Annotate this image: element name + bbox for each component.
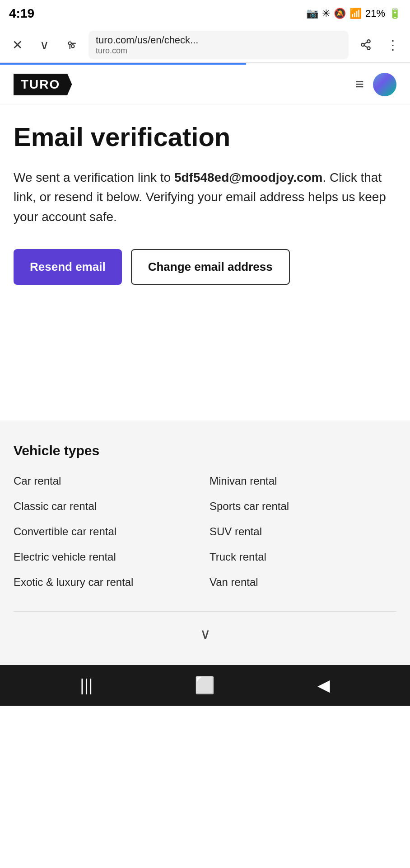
footer-link-convertible-car-rental[interactable]: Convertible car rental bbox=[14, 525, 200, 538]
description-prefix: We sent a verification link to bbox=[14, 170, 174, 184]
nav-right: ≡ bbox=[355, 73, 396, 96]
svg-point-0 bbox=[69, 42, 72, 45]
footer-link-car-rental[interactable]: Car rental bbox=[14, 475, 200, 487]
mute-icon: 🔕 bbox=[334, 8, 346, 19]
status-icons: 📷 ✳ 🔕 📶 21% 🔋 bbox=[306, 8, 401, 19]
svg-line-8 bbox=[364, 42, 367, 44]
status-bar: 4:19 📷 ✳ 🔕 📶 21% 🔋 bbox=[0, 0, 410, 27]
browser-bar: ✕ ∨ turo.com/us/en/check... turo.com ⋮ bbox=[0, 27, 410, 63]
footer-divider bbox=[14, 611, 396, 612]
wifi-icon: 📶 bbox=[349, 8, 362, 19]
footer-links-grid: Car rental Minivan rental Classic car re… bbox=[14, 475, 396, 589]
resend-email-button[interactable]: Resend email bbox=[14, 249, 122, 285]
svg-point-1 bbox=[71, 45, 75, 48]
logo-container[interactable]: TURO bbox=[14, 74, 72, 95]
status-time: 4:19 bbox=[9, 6, 34, 21]
change-email-button[interactable]: Change email address bbox=[131, 249, 290, 285]
bluetooth-icon: ✳ bbox=[322, 8, 330, 19]
footer-link-sports-car-rental[interactable]: Sports car rental bbox=[210, 500, 396, 513]
expand-button[interactable]: ∨ bbox=[34, 35, 54, 55]
footer: Vehicle types Car rental Minivan rental … bbox=[0, 420, 410, 665]
footer-link-suv-rental[interactable]: SUV rental bbox=[210, 525, 396, 538]
page-title: Email verification bbox=[14, 123, 396, 151]
description-text: We sent a verification link to 5df548ed@… bbox=[14, 168, 396, 226]
svg-line-7 bbox=[364, 46, 367, 47]
svg-point-6 bbox=[367, 47, 370, 50]
hamburger-icon[interactable]: ≡ bbox=[355, 76, 364, 93]
footer-link-minivan-rental[interactable]: Minivan rental bbox=[210, 475, 396, 487]
avatar-image bbox=[373, 73, 396, 96]
more-options-button[interactable]: ⋮ bbox=[383, 35, 403, 55]
svg-point-5 bbox=[361, 43, 364, 47]
footer-link-classic-car-rental[interactable]: Classic car rental bbox=[14, 500, 200, 513]
nav-bar: TURO ≡ bbox=[0, 65, 410, 104]
menu-lines-icon: ||| bbox=[80, 676, 93, 695]
camera-icon: 📷 bbox=[306, 8, 318, 19]
url-text: turo.com/us/en/check... bbox=[96, 34, 341, 46]
close-tab-button[interactable]: ✕ bbox=[7, 35, 27, 55]
battery-icon: 🔋 bbox=[389, 8, 401, 19]
share-button[interactable] bbox=[356, 35, 376, 55]
main-content: Email verification We sent a verificatio… bbox=[0, 104, 410, 303]
domain-text: turo.com bbox=[96, 46, 341, 56]
back-arrow-icon: ◀ bbox=[317, 676, 330, 695]
email-address: 5df548ed@moodjoy.com bbox=[174, 170, 323, 184]
turo-logo: TURO bbox=[14, 74, 72, 95]
chevron-down-icon: ∨ bbox=[200, 625, 210, 642]
footer-section-title: Vehicle types bbox=[14, 443, 396, 458]
android-home-button[interactable]: ⬜ bbox=[191, 672, 219, 699]
footer-link-electric-vehicle-rental[interactable]: Electric vehicle rental bbox=[14, 551, 200, 563]
bottom-nav-bar: ||| ⬜ ◀ bbox=[0, 665, 410, 706]
android-menu-button[interactable]: ||| bbox=[73, 672, 100, 699]
footer-link-exotic-luxury-car-rental[interactable]: Exotic & luxury car rental bbox=[14, 576, 200, 589]
home-square-icon: ⬜ bbox=[195, 676, 215, 695]
battery-text: 21% bbox=[365, 8, 385, 19]
svg-point-4 bbox=[367, 40, 370, 43]
url-bar[interactable]: turo.com/us/en/check... turo.com bbox=[89, 31, 349, 59]
avatar[interactable] bbox=[373, 73, 396, 96]
button-row: Resend email Change email address bbox=[14, 249, 396, 285]
footer-link-van-rental[interactable]: Van rental bbox=[210, 576, 396, 589]
android-back-button[interactable]: ◀ bbox=[310, 672, 337, 699]
footer-chevron[interactable]: ∨ bbox=[14, 621, 396, 647]
footer-link-truck-rental[interactable]: Truck rental bbox=[210, 551, 396, 563]
spacer bbox=[0, 303, 410, 420]
tabs-button[interactable] bbox=[61, 35, 81, 55]
